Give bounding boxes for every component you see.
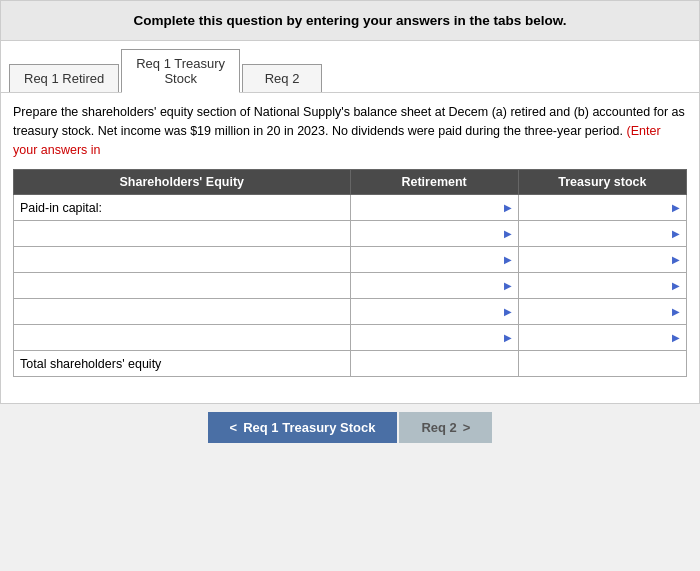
input-paid-in-retirement[interactable] [357, 201, 504, 215]
input-2-treasury[interactable] [525, 227, 672, 241]
equity-table: Shareholders' Equity Retirement Treasury… [13, 169, 687, 377]
row-label-4 [14, 273, 351, 299]
tab-req1-retired[interactable]: Req 1 Retired [9, 64, 119, 92]
cell-4-retirement[interactable]: ▶ [350, 273, 518, 299]
cell-3-retirement[interactable]: ▶ [350, 247, 518, 273]
cell-6-retirement[interactable]: ▶ [350, 325, 518, 351]
triangle-icon: ▶ [504, 202, 512, 213]
triangle-icon: ▶ [672, 332, 680, 343]
input-3-retirement[interactable] [357, 253, 504, 267]
table-row: ▶ ▶ [14, 325, 687, 351]
tab-req1-treasury[interactable]: Req 1 TreasuryStock [121, 49, 240, 93]
forward-arrow-icon: > [463, 420, 471, 435]
input-paid-in-treasury[interactable] [525, 201, 672, 215]
content-area: Prepare the shareholders' equity section… [0, 92, 700, 404]
triangle-icon: ▶ [504, 280, 512, 291]
cell-paid-in-retirement[interactable]: ▶ [350, 195, 518, 221]
cell-paid-in-treasury[interactable]: ▶ [518, 195, 686, 221]
row-label-3 [14, 247, 351, 273]
triangle-icon: ▶ [504, 306, 512, 317]
instruction-text: Complete this question by entering your … [133, 13, 566, 28]
back-button[interactable]: < Req 1 Treasury Stock [208, 412, 398, 443]
triangle-icon: ▶ [504, 254, 512, 265]
cell-total-treasury[interactable] [518, 351, 686, 377]
cell-5-retirement[interactable]: ▶ [350, 299, 518, 325]
page-wrapper: Complete this question by entering your … [0, 0, 700, 451]
row-label-paid-in-capital: Paid-in capital: [14, 195, 351, 221]
row-label-5 [14, 299, 351, 325]
table-row: ▶ ▶ [14, 247, 687, 273]
col-header-retirement: Retirement [350, 170, 518, 195]
triangle-icon: ▶ [672, 228, 680, 239]
input-6-treasury[interactable] [525, 331, 672, 345]
triangle-icon: ▶ [672, 306, 680, 317]
cell-total-retirement[interactable] [350, 351, 518, 377]
row-label-total: Total shareholders' equity [14, 351, 351, 377]
table-row: Paid-in capital: ▶ ▶ [14, 195, 687, 221]
description-text: Prepare the shareholders' equity section… [13, 103, 687, 159]
input-5-treasury[interactable] [525, 305, 672, 319]
col-header-treasury: Treasury stock [518, 170, 686, 195]
table-row: ▶ ▶ [14, 221, 687, 247]
input-3-treasury[interactable] [525, 253, 672, 267]
triangle-icon: ▶ [504, 332, 512, 343]
cell-2-retirement[interactable]: ▶ [350, 221, 518, 247]
input-2-retirement[interactable] [357, 227, 504, 241]
input-5-retirement[interactable] [357, 305, 504, 319]
table-row: ▶ ▶ [14, 299, 687, 325]
triangle-icon: ▶ [672, 280, 680, 291]
cell-4-treasury[interactable]: ▶ [518, 273, 686, 299]
table-row-total: Total shareholders' equity [14, 351, 687, 377]
description-main: Prepare the shareholders' equity section… [13, 105, 685, 138]
cell-5-treasury[interactable]: ▶ [518, 299, 686, 325]
input-4-retirement[interactable] [357, 279, 504, 293]
row-label-2 [14, 221, 351, 247]
bottom-nav: < Req 1 Treasury Stock Req 2 > [0, 404, 700, 451]
cell-2-treasury[interactable]: ▶ [518, 221, 686, 247]
input-total-retirement[interactable] [357, 357, 512, 371]
row-label-6 [14, 325, 351, 351]
back-button-label: Req 1 Treasury Stock [243, 420, 375, 435]
input-total-treasury[interactable] [525, 357, 680, 371]
forward-button-label: Req 2 [421, 420, 456, 435]
cell-6-treasury[interactable]: ▶ [518, 325, 686, 351]
tabs-container: Req 1 Retired Req 1 TreasuryStock Req 2 [0, 41, 700, 92]
cell-3-treasury[interactable]: ▶ [518, 247, 686, 273]
forward-button[interactable]: Req 2 > [399, 412, 492, 443]
back-arrow-icon: < [230, 420, 238, 435]
input-4-treasury[interactable] [525, 279, 672, 293]
instruction-bar: Complete this question by entering your … [0, 0, 700, 41]
triangle-icon: ▶ [504, 228, 512, 239]
input-6-retirement[interactable] [357, 331, 504, 345]
col-header-equity: Shareholders' Equity [14, 170, 351, 195]
tab-req2[interactable]: Req 2 [242, 64, 322, 92]
triangle-icon: ▶ [672, 202, 680, 213]
triangle-icon: ▶ [672, 254, 680, 265]
table-row: ▶ ▶ [14, 273, 687, 299]
